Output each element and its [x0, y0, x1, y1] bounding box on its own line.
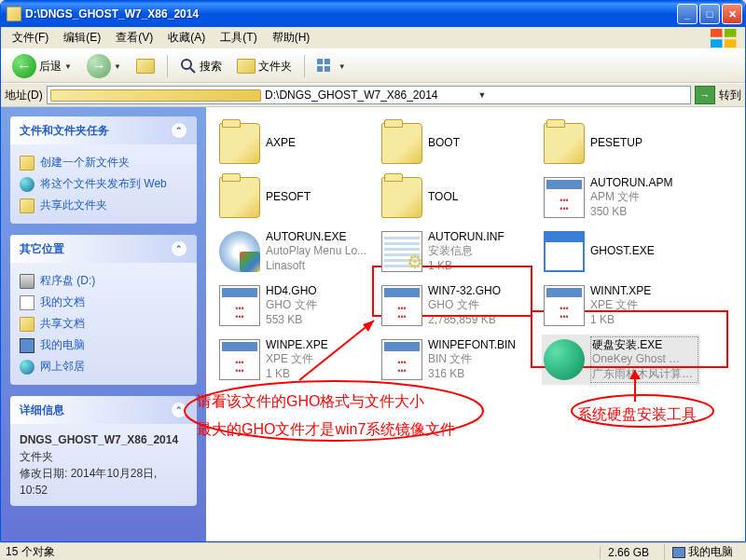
file-item[interactable]: AUTORUN.APMAPM 文件350 KB — [542, 172, 700, 223]
network-icon — [20, 360, 35, 375]
file-item[interactable]: WINPEFONT.BINBIN 文件316 KB — [380, 335, 538, 385]
search-button[interactable]: 搜索 — [174, 55, 228, 77]
folder-up-icon — [136, 59, 155, 74]
file-size: 1 KB — [428, 259, 536, 274]
menu-edit[interactable]: 编辑(E) — [56, 28, 108, 48]
other-panel-header[interactable]: 其它位置 ⌃ — [10, 235, 197, 263]
file-item[interactable]: AXPE — [217, 118, 376, 169]
forward-button[interactable]: → ▼ — [81, 51, 127, 81]
folders-label: 文件夹 — [258, 59, 292, 75]
file-size: 1 KB — [590, 313, 698, 328]
menu-view[interactable]: 查看(V) — [108, 28, 160, 48]
menu-favorites[interactable]: 收藏(A) — [160, 28, 213, 48]
file-name: PESETUP — [590, 136, 698, 151]
task-publish-web[interactable]: 将这个文件夹发布到 Web — [20, 173, 187, 195]
folders-button[interactable]: 文件夹 — [231, 56, 297, 77]
minimize-button[interactable]: _ — [677, 4, 698, 24]
views-icon — [317, 59, 336, 74]
file-size: 553 KB — [266, 313, 374, 328]
svg-rect-6 — [317, 59, 323, 64]
file-icon — [381, 177, 422, 218]
file-name: WINNT.XPE — [590, 284, 698, 299]
details-type: 文件夹 — [20, 448, 187, 465]
file-size: 2,785,859 KB — [428, 313, 536, 328]
tasks-panel: 文件和文件夹任务 ⌃ 创建一个新文件夹 将这个文件夹发布到 Web 共享此文件夹 — [10, 116, 197, 224]
task-new-folder[interactable]: 创建一个新文件夹 — [20, 152, 187, 173]
file-type: 安装信息 — [428, 244, 536, 259]
file-type: XPE 文件 — [266, 352, 374, 367]
menu-tools[interactable]: 工具(T) — [213, 28, 264, 48]
status-count: 15 个对象 — [6, 544, 55, 560]
close-button[interactable]: ✕ — [722, 4, 742, 24]
chevron-down-icon[interactable]: ▼ — [478, 90, 687, 100]
file-item[interactable]: HD4.GHOGHO 文件553 KB — [217, 280, 376, 331]
maximize-button[interactable]: □ — [699, 4, 720, 24]
annotation-ellipse-1 — [180, 377, 488, 444]
file-icon — [219, 177, 260, 218]
menu-help[interactable]: 帮助(H) — [265, 28, 318, 48]
file-icon — [381, 285, 422, 326]
file-item[interactable]: WINPE.XPEXPE 文件1 KB — [217, 335, 376, 385]
file-item[interactable]: TOOL — [380, 172, 538, 223]
computer-icon — [20, 338, 35, 353]
file-list[interactable]: 请看该文件的GHO格式与文件大小 最大的GHO文件才是win7系统镜像文件 系统… — [206, 107, 745, 541]
folder-icon — [50, 89, 261, 102]
task-label: 将这个文件夹发布到 Web — [40, 176, 167, 192]
file-icon — [381, 231, 422, 272]
address-path: D:\DNGS_GHOST_W7_X86_2014 — [265, 89, 474, 102]
toolbar: ← 后退 ▼ → ▼ 搜索 文件夹 ▼ — [1, 49, 745, 83]
file-name: TOOL — [428, 190, 536, 205]
task-label: 共享此文件夹 — [40, 198, 107, 213]
forward-icon: → — [87, 54, 111, 78]
file-item[interactable]: AUTORUN.EXEAutoPlay Menu Lo...Linasoft — [217, 226, 376, 277]
statusbar: 15 个对象 2.66 GB 我的电脑 — [0, 542, 746, 560]
file-type: APM 文件 — [590, 190, 698, 205]
file-item[interactable]: WIN7-32.GHOGHO 文件2,785,859 KB — [380, 280, 538, 331]
place-my-documents[interactable]: 我的文档 — [20, 292, 187, 313]
titlebar[interactable]: D:\DNGS_GHOST_W7_X86_2014 _ □ ✕ — [1, 1, 745, 27]
menubar: 文件(F) 编辑(E) 查看(V) 收藏(A) 工具(T) 帮助(H) — [1, 27, 745, 49]
up-button[interactable] — [131, 56, 160, 76]
status-location: 我的电脑 — [664, 544, 740, 560]
file-info: AUTORUN.APMAPM 文件350 KB — [590, 176, 698, 220]
menu-file[interactable]: 文件(F) — [5, 28, 56, 48]
address-input[interactable]: D:\DNGS_GHOST_W7_X86_2014 ▼ — [47, 86, 691, 104]
tasks-panel-header[interactable]: 文件和文件夹任务 ⌃ — [10, 116, 197, 144]
svg-rect-7 — [325, 59, 330, 64]
file-name: AXPE — [266, 136, 374, 151]
file-icon — [219, 339, 260, 380]
back-icon: ← — [12, 54, 36, 78]
file-size: Linasoft — [266, 259, 374, 274]
address-label: 地址(D) — [5, 88, 43, 103]
file-item[interactable]: WINNT.XPEXPE 文件1 KB — [542, 280, 700, 331]
place-my-computer[interactable]: 我的电脑 — [20, 335, 187, 356]
details-modified: 修改日期: 2014年10月28日, 10:52 — [20, 465, 187, 499]
file-type: OneKey Ghost … — [592, 352, 697, 367]
file-name: HD4.GHO — [266, 284, 374, 299]
task-share-folder[interactable]: 共享此文件夹 — [20, 195, 187, 216]
place-shared-docs[interactable]: 共享文档 — [20, 313, 187, 335]
place-disk-d[interactable]: 程序盘 (D:) — [20, 270, 187, 292]
mod-label: 修改日期: — [20, 467, 67, 480]
file-item[interactable]: GHOST.EXE — [542, 226, 700, 277]
file-item[interactable]: BOOT — [380, 118, 538, 169]
file-name: WINPE.XPE — [266, 338, 374, 353]
file-info: AXPE — [266, 136, 374, 151]
file-info: WINNT.XPEXPE 文件1 KB — [590, 284, 698, 328]
file-name: WINPEFONT.BIN — [428, 338, 536, 353]
file-item[interactable]: PESOFT — [217, 172, 376, 223]
chevron-up-icon: ⌃ — [171, 122, 187, 139]
file-item[interactable]: PESETUP — [542, 118, 700, 169]
go-button[interactable]: → — [695, 86, 715, 104]
back-button[interactable]: ← 后退 ▼ — [7, 51, 77, 81]
file-item[interactable]: 硬盘安装.EXEOneKey Ghost …广东雨林木风计算… — [542, 335, 700, 385]
place-network[interactable]: 网上邻居 — [20, 356, 187, 377]
status-size: 2.66 GB — [600, 546, 656, 559]
svg-rect-0 — [711, 29, 723, 37]
file-info: WINPE.XPEXPE 文件1 KB — [266, 338, 374, 382]
views-button[interactable]: ▼ — [311, 56, 352, 76]
file-info: PESOFT — [266, 190, 374, 205]
details-panel-header[interactable]: 详细信息 ⌃ — [10, 396, 197, 424]
file-item[interactable]: AUTORUN.INF安装信息1 KB — [380, 226, 538, 277]
details-panel: 详细信息 ⌃ DNGS_GHOST_W7_X86_2014 文件夹 修改日期: … — [10, 396, 197, 506]
